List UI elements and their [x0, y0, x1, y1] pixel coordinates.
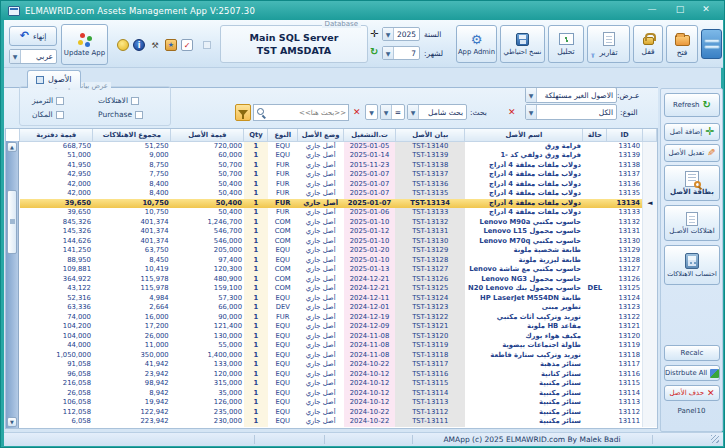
cell-name[interactable]: توريد وتركيب أثاث مكتبي: [465, 313, 583, 323]
cell-name[interactable]: دولاب ملفات معلقة 4 أدراج: [465, 170, 583, 180]
cell-value[interactable]: 205,000: [171, 246, 244, 256]
cell-qty[interactable]: 1: [244, 170, 268, 180]
cell-code[interactable]: TST-13122: [395, 313, 464, 323]
col-header-type[interactable]: النوع: [268, 129, 298, 141]
cell-id[interactable]: 13129: [607, 246, 643, 256]
cell-name[interactable]: دولاب ملفات معلقة 4 أدراج: [465, 189, 583, 199]
cell-type[interactable]: FUR: [268, 189, 298, 199]
cell-id[interactable]: 13114: [607, 389, 643, 399]
table-row[interactable]: 13128طابعة ليزرية ملونةTST-131282025-01-…: [20, 256, 657, 266]
col-header-qty[interactable]: Qty: [244, 129, 268, 141]
search-input[interactable]: [269, 109, 348, 117]
cell-date[interactable]: 2024-12-11: [344, 294, 396, 304]
cell-date[interactable]: 2025-01-07: [344, 199, 396, 209]
cell-book_value[interactable]: 39,650: [20, 199, 93, 209]
asset-card-button[interactable]: بطاقة الأصل: [664, 165, 720, 201]
cell-status[interactable]: [583, 218, 607, 228]
cell-status[interactable]: [583, 398, 607, 408]
cell-date[interactable]: 2025-01-12: [344, 227, 396, 237]
search-mode-select[interactable]: ▼ بحث شامل: [407, 104, 467, 120]
table-row[interactable]: 13130حاسوب مكتبي Lenovo M70qTST-13130202…: [20, 237, 657, 247]
cell-date[interactable]: 2024-12-09: [344, 322, 396, 332]
cell-qty[interactable]: 1: [244, 294, 268, 304]
cell-position[interactable]: أصل جاري: [298, 141, 344, 151]
cell-name[interactable]: حاسوب مكتبي Lenovo M70q: [465, 237, 583, 247]
info-icon[interactable]: i: [133, 39, 145, 51]
refresh-month-icon[interactable]: ↻: [370, 47, 378, 57]
cell-type[interactable]: FUR: [268, 313, 298, 323]
cell-type[interactable]: EQU: [268, 151, 298, 161]
cell-position[interactable]: أصل جاري: [298, 294, 344, 304]
cell-code[interactable]: TST-13117: [395, 360, 464, 370]
cell-position[interactable]: أصل جاري: [298, 246, 344, 256]
cell-total_depreciation[interactable]: 10,419: [93, 265, 171, 275]
cell-position[interactable]: أصل جاري: [298, 379, 344, 389]
col-header-date[interactable]: ت.التشغيل: [344, 129, 396, 141]
cell-position[interactable]: أصل جاري: [298, 275, 344, 285]
cell-position[interactable]: أصل جاري: [298, 237, 344, 247]
cell-status[interactable]: [583, 313, 607, 323]
cell-type[interactable]: FUR: [268, 170, 298, 180]
cell-type[interactable]: FUR: [268, 199, 298, 209]
cell-status[interactable]: [583, 370, 607, 380]
table-row[interactable]: 13120مكيف هواء يوركTST-131202024-11-08أص…: [20, 332, 657, 342]
cell-code[interactable]: TST-13126: [395, 275, 464, 285]
cell-book_value[interactable]: 42,000: [20, 180, 93, 190]
cell-status[interactable]: [583, 189, 607, 199]
cell-book_value[interactable]: 39,650: [20, 208, 93, 218]
cell-date[interactable]: 2015-11-23: [344, 161, 396, 171]
cell-position[interactable]: أصل جاري: [298, 417, 344, 427]
cell-date[interactable]: 2025-01-06: [344, 208, 396, 218]
cell-status[interactable]: [583, 379, 607, 389]
cell-name[interactable]: ستائر مكتبية: [465, 389, 583, 399]
table-row[interactable]: 13132حاسوب مكتبي Lenovo M90aTST-13132202…: [20, 218, 657, 228]
cell-name[interactable]: مكيف هواء يورك: [465, 332, 583, 342]
cell-date[interactable]: 2024-11-08: [344, 351, 396, 361]
cell-book_value[interactable]: 364,922: [20, 275, 93, 285]
cell-book_value[interactable]: 104,000: [20, 332, 93, 342]
cell-id[interactable]: 13124: [607, 294, 643, 304]
cell-id[interactable]: 13125: [607, 284, 643, 294]
cell-name[interactable]: مقاعد HB ملونة: [465, 322, 583, 332]
cell-position[interactable]: أصل جاري: [298, 351, 344, 361]
cell-value[interactable]: 133,000: [171, 360, 244, 370]
tab-assets[interactable]: الأصول: [27, 70, 81, 88]
cell-code[interactable]: TST-13138: [395, 161, 464, 171]
cell-id[interactable]: 13121: [607, 322, 643, 332]
cell-total_depreciation[interactable]: 63,750: [93, 246, 171, 256]
cell-total_depreciation[interactable]: 26,000: [93, 332, 171, 342]
cell-type[interactable]: FUR: [268, 208, 298, 218]
cell-value[interactable]: 546,000: [171, 237, 244, 247]
col-header-book_value[interactable]: قيمة دفترية: [20, 129, 93, 141]
cell-code[interactable]: TST-13112: [395, 408, 464, 418]
clear-type-filter-icon[interactable]: ✕: [508, 108, 516, 117]
cell-name[interactable]: دولاب ملفات معلقة 4 أدراج: [465, 180, 583, 190]
cell-code[interactable]: TST-13120: [395, 332, 464, 342]
cell-type[interactable]: COM: [268, 275, 298, 285]
cell-book_value[interactable]: 51,000: [20, 151, 93, 161]
table-row[interactable]: 13116ستائر كتانيةTST-131162024-10-12أصل …: [20, 370, 657, 380]
cell-position[interactable]: أصل جاري: [298, 360, 344, 370]
cell-total_depreciation[interactable]: 122,942: [93, 408, 171, 418]
table-row[interactable]: 13129طابعة شخصية ملونةTST-131292025-01-2…: [20, 246, 657, 256]
cell-code[interactable]: TST-13140: [395, 141, 464, 151]
cell-date[interactable]: 2025-01-07: [344, 170, 396, 180]
vertical-scrollbar[interactable]: ▲ ▼: [6, 141, 19, 428]
cell-book_value[interactable]: 63,336: [20, 303, 93, 313]
cell-total_depreciation[interactable]: 2,664: [93, 303, 171, 313]
cell-name[interactable]: حاسوب محمول Lenovo L15: [465, 227, 583, 237]
cell-book_value[interactable]: 6,058: [20, 417, 93, 427]
cell-value[interactable]: 120,300: [171, 265, 244, 275]
cell-date[interactable]: 2025-01-10: [344, 256, 396, 266]
cell-id[interactable]: 13112: [607, 408, 643, 418]
distribute-all-button[interactable]: Distrbute All: [664, 365, 720, 381]
cell-status[interactable]: [583, 227, 607, 237]
cell-date[interactable]: 2024-11-08: [344, 332, 396, 342]
cell-qty[interactable]: 1: [244, 322, 268, 332]
cell-book_value[interactable]: 42,000: [20, 189, 93, 199]
cell-position[interactable]: أصل جاري: [298, 170, 344, 180]
cell-status[interactable]: DEL: [583, 284, 607, 294]
cell-code[interactable]: TST-13133: [395, 208, 464, 218]
cell-qty[interactable]: 1: [244, 237, 268, 247]
cell-total_depreciation[interactable]: 16,000: [93, 313, 171, 323]
